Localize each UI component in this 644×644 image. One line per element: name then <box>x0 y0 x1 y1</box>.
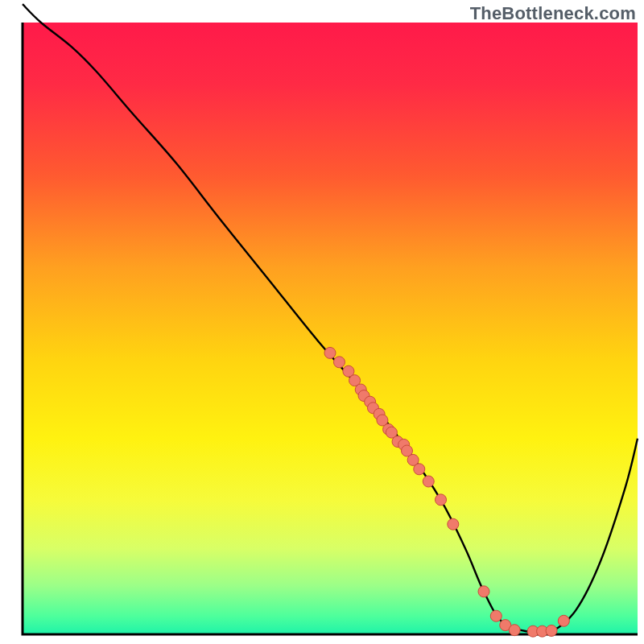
scatter-point <box>448 518 459 530</box>
scatter-point <box>546 625 557 636</box>
scatter-point <box>478 586 489 597</box>
scatter-point <box>436 494 447 506</box>
watermark-text: TheBottleneck.com <box>470 3 636 24</box>
scatter-point <box>490 610 502 621</box>
scatter-point <box>333 357 345 368</box>
scatter-point <box>509 625 520 636</box>
scatter-point <box>423 476 434 487</box>
chart-viewport: TheBottleneck.com <box>0 0 644 644</box>
plot-background <box>23 23 638 634</box>
scatter-point <box>558 615 569 626</box>
scatter-point <box>414 464 425 475</box>
bottleneck-chart <box>0 0 644 644</box>
scatter-point <box>324 347 336 358</box>
